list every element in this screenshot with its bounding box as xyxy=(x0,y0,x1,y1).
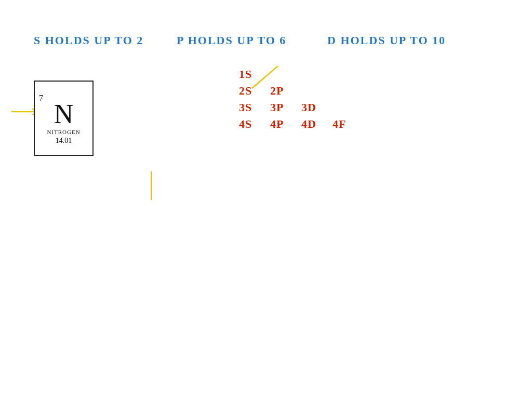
orbital-3s: 3S xyxy=(239,101,260,114)
main-page: S HOLDS UP TO 2 P HOLDS UP TO 6 D HOLDS … xyxy=(0,0,532,399)
element-box: 7 N NITROGEN 14.01 xyxy=(34,81,94,156)
orbital-row-4: 4S 4P 4D 4F xyxy=(239,117,353,131)
element-symbol: N xyxy=(54,101,74,128)
s-holds-label: S HOLDS UP TO 2 xyxy=(34,34,143,47)
orbital-2p: 2P xyxy=(270,84,291,98)
p-holds-label: P HOLDS UP TO 6 xyxy=(177,34,286,47)
cursor-line xyxy=(151,171,152,200)
orbital-row-3: 3S 3P 3D xyxy=(239,101,353,114)
orbital-4s: 4S xyxy=(239,117,260,131)
atomic-number: 7 xyxy=(39,94,43,103)
element-name: NITROGEN xyxy=(47,129,80,135)
orbital-4f: 4F xyxy=(332,117,353,131)
orbital-4p: 4P xyxy=(270,117,291,131)
orbital-4d: 4D xyxy=(301,117,322,131)
orbital-row-1: 1S xyxy=(239,68,353,81)
orbital-3p: 3P xyxy=(270,101,291,114)
orbital-1s: 1S xyxy=(239,68,260,81)
d-holds-label: D HOLDS UP TO 10 xyxy=(327,34,446,47)
atomic-mass: 14.01 xyxy=(56,137,72,145)
orbital-grid: 1S 2S 2P 3S 3P 3D 4S 4P 4D 4F xyxy=(239,68,353,134)
orbital-2s: 2S xyxy=(239,84,260,98)
orbital-row-2: 2S 2P xyxy=(239,84,353,98)
orbital-3d: 3D xyxy=(301,101,322,114)
